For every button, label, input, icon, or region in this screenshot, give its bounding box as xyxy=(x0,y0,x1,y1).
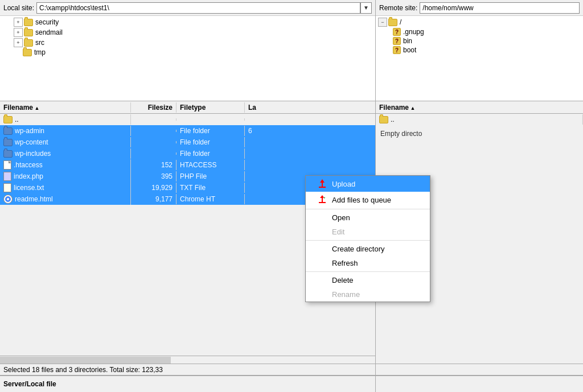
svg-marker-1 xyxy=(320,179,325,183)
context-menu-label-delete: Delete xyxy=(332,276,354,284)
local-site-bar: Local site: ▼ xyxy=(0,0,375,16)
context-menu-item-upload[interactable]: Upload xyxy=(306,176,430,192)
remote-site-path[interactable] xyxy=(420,2,580,14)
context-menu-item-edit[interactable]: Edit xyxy=(306,225,430,239)
tree-item-name-root: / xyxy=(400,18,401,26)
table-row[interactable]: wp-admin File folder 6 xyxy=(0,125,375,137)
file-name: .. xyxy=(15,115,19,123)
remote-transfer-bar xyxy=(376,375,583,392)
context-menu-item-create-directory[interactable]: Create directory xyxy=(306,242,430,256)
local-site-dropdown[interactable]: ▼ xyxy=(360,2,372,14)
context-menu-label-rename: Rename xyxy=(332,290,360,299)
file-name: wp-content xyxy=(15,138,48,146)
svg-text:+: + xyxy=(323,196,326,199)
expand-icon[interactable]: + xyxy=(14,28,23,37)
header-filesize[interactable]: Filesize xyxy=(131,102,176,113)
context-menu-divider xyxy=(306,209,430,209)
context-menu-item-rename[interactable]: Rename xyxy=(306,287,430,302)
table-row[interactable]: wp-includes File folder xyxy=(0,148,375,159)
add-queue-icon: + xyxy=(317,195,327,205)
tree-item-bin[interactable]: ? bin xyxy=(376,36,583,46)
header-filename[interactable]: Filename xyxy=(0,102,131,113)
table-row[interactable]: .htaccess 152 HTACCESS xyxy=(0,159,375,171)
table-row[interactable]: wp-content File folder xyxy=(0,137,375,148)
tree-item-security[interactable]: + security xyxy=(0,17,375,27)
upload-icon xyxy=(317,179,327,189)
tree-item-name-bin: bin xyxy=(403,37,412,45)
tree-item-tmp[interactable]: tmp xyxy=(0,48,375,57)
context-menu-label-upload: Upload xyxy=(332,180,355,188)
transfer-bar: Server/Local file xyxy=(0,375,375,392)
file-name: readme.html xyxy=(15,195,53,203)
tree-item-name-src: src xyxy=(35,39,44,47)
expand-icon-minus[interactable]: − xyxy=(378,18,387,27)
remote-site-label: Remote site: xyxy=(379,4,417,12)
remote-site-bar: Remote site: xyxy=(376,0,583,16)
expand-icon[interactable]: + xyxy=(14,38,23,47)
file-name: .htaccess xyxy=(14,161,43,169)
tree-item-name-sendmail: sendmail xyxy=(35,28,63,36)
empty-directory-text: Empty directo xyxy=(376,125,583,142)
context-menu-item-add-queue[interactable]: + Add files to queue xyxy=(306,192,430,208)
tree-item-sendmail[interactable]: + sendmail xyxy=(0,27,375,38)
header-filetype[interactable]: Filetype xyxy=(176,102,245,113)
remote-header-filename[interactable]: Filename xyxy=(376,102,583,113)
context-menu-label-refresh: Refresh xyxy=(332,259,358,267)
tree-item-boot[interactable]: ? boot xyxy=(376,46,583,55)
remote-status-bar xyxy=(376,364,583,375)
file-name: wp-includes xyxy=(15,150,51,158)
context-menu-label-add-queue: Add files to queue xyxy=(332,196,391,204)
context-menu-label-edit: Edit xyxy=(332,228,344,236)
file-list-header: Filename Filesize Filetype La xyxy=(0,101,375,114)
svg-rect-3 xyxy=(322,198,323,202)
svg-rect-0 xyxy=(322,183,323,187)
status-text: Selected 18 files and 3 directories. Tot… xyxy=(3,366,163,374)
file-name: .. xyxy=(391,115,395,123)
file-name: license.txt xyxy=(14,184,44,192)
question-icon: ? xyxy=(393,37,401,45)
header-lastmod[interactable]: La xyxy=(245,102,279,113)
tree-item-gnupg[interactable]: ? .gnupg xyxy=(376,27,583,36)
tree-item-name-tmp: tmp xyxy=(34,48,46,56)
svg-rect-5 xyxy=(319,202,326,203)
local-site-path[interactable] xyxy=(36,2,360,14)
context-menu: Upload + Add files to queue Open Edit Cr… xyxy=(305,175,430,302)
context-menu-label-open: Open xyxy=(332,213,350,222)
tree-item-name-security: security xyxy=(35,18,59,26)
status-bar: Selected 18 files and 3 directories. Tot… xyxy=(0,364,375,375)
local-site-label: Local site: xyxy=(3,4,34,12)
context-menu-divider-3 xyxy=(306,271,430,272)
remote-tree-area[interactable]: − / ? .gnupg ? bin ? boot xyxy=(376,16,583,101)
question-icon: ? xyxy=(393,28,401,36)
file-name: index.php xyxy=(14,172,43,180)
context-menu-label-create-directory: Create directory xyxy=(332,245,384,253)
table-row[interactable]: .. xyxy=(0,114,375,125)
table-row[interactable]: .. xyxy=(376,114,583,125)
tree-item-src[interactable]: + src xyxy=(0,38,375,48)
horizontal-scrollbar[interactable] xyxy=(0,356,375,364)
file-name: wp-admin xyxy=(15,127,44,135)
tree-item-name-gnupg: .gnupg xyxy=(403,28,424,36)
local-tree-area: + security + sendmail + src xyxy=(0,16,375,101)
context-menu-divider-2 xyxy=(306,240,430,241)
tree-item-name-boot: boot xyxy=(403,46,416,54)
context-menu-item-open[interactable]: Open xyxy=(306,211,430,225)
expand-icon[interactable]: + xyxy=(14,18,23,27)
main-container: Local site: ▼ + security + sendmail xyxy=(0,0,583,392)
context-menu-item-delete[interactable]: Delete xyxy=(306,273,430,287)
transfer-label: Server/Local file xyxy=(3,380,56,388)
context-menu-item-refresh[interactable]: Refresh xyxy=(306,256,430,270)
tree-item-root[interactable]: − / xyxy=(376,17,583,27)
svg-rect-2 xyxy=(319,187,326,188)
remote-file-list-header: Filename xyxy=(376,101,583,114)
question-icon: ? xyxy=(393,46,401,54)
